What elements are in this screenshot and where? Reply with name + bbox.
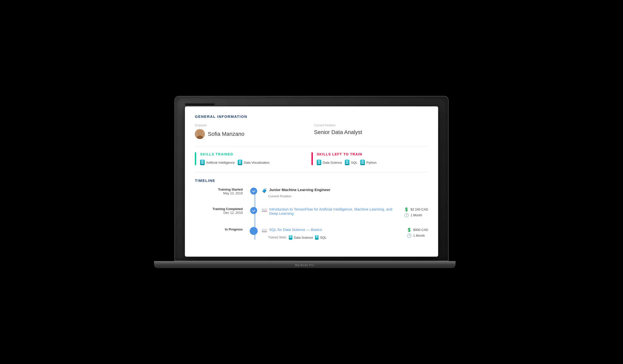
meta-duration-2: 🕐 1 Month [404,213,428,218]
skills-trained-title: SKILLS TRAINED [200,152,270,156]
timeline-content-3: 📖 SQL for Data Science — Basics Trained … [250,227,428,240]
skills-to-train-tags: Data Science SQL [317,160,377,165]
timeline-item-2: Training Completed Dec 12, 2019 [195,207,428,218]
timeline-container: Training Started May 12, 2019 🧳 [195,188,428,240]
trained-sql-icon [315,235,318,240]
duration-value-3: 1 Month [413,234,425,237]
content-left-2: 📖 Introduction to TensorFlow for Artific… [262,207,394,216]
timeline-date-2: Training Completed Dec 12, 2019 [195,207,250,218]
item-meta-3: 💲 $900 CAD 🕐 1 Month [397,227,428,239]
book-icon-2: 📖 [262,207,267,213]
trained-skill-sql-name: SQL [320,236,326,239]
skills-trained-column: SKILLS TRAINED Artificial Intelligence [195,152,312,165]
dollar-icon-3: 💲 [407,227,412,232]
duration-value-2: 1 Month [410,213,422,217]
position-label: Current Position [314,124,428,127]
trained-skill-ds: Data Science [289,235,313,240]
timeline-date-3: In Progress [195,227,250,240]
general-info-title: GENERAL INFORMATION [195,114,428,119]
dollar-icon-2: 💲 [404,207,409,212]
book-icon-3: 📖 [262,228,267,233]
timeline-item-3: In Progress 📖 SQL for Data Science — [195,227,428,240]
skills-to-train-title: SKILLS LEFT TO TRAIN [317,152,377,156]
trained-ds-icon [289,235,292,240]
skills-to-train-content: SKILLS LEFT TO TRAIN Data Science [317,152,377,165]
meta-duration-3: 🕐 1 Month [407,233,428,238]
skills-trained-bar [195,152,196,165]
content-left-3: 📖 SQL for Data Science — Basics Trained … [262,227,397,240]
skills-trained-content: SKILLS TRAINED Artificial Intelligence [200,152,270,165]
clock-icon-2: 🕐 [404,213,409,218]
general-information-section: GENERAL INFORMATION Emploee [195,114,428,146]
timeline-dot-3 [250,227,258,235]
skill-name-sql: SQL [351,161,357,164]
trained-skill-sql: SQL [315,235,326,240]
meta-cost-2: 💲 $2 240 CAD [404,207,428,212]
timeline-dot-1 [250,188,257,195]
date-label-2: Training Completed [195,207,243,211]
trained-label: Trained Skills: [268,236,287,239]
laptop-base: MacBook Pro [154,261,456,268]
timeline-section: TIMELINE Training Started May 12, 2019 [195,178,428,240]
avatar-image [195,129,205,139]
position-name: Senior Data Analyst [314,129,428,136]
date-value-2: Dec 12, 2019 [195,211,243,215]
item-title-2[interactable]: Introduction to TensorFlow for Artificia… [269,207,394,216]
meta-cost-3: 💲 $900 CAD [407,227,428,232]
item-meta-2: 💲 $2 240 CAD 🕐 1 Month [394,207,428,218]
python-skill-icon [360,160,365,165]
skills-trained-tags: Artificial Intelligence Data Visualizati… [200,160,270,165]
skill-name-ds: Data Science [323,161,342,164]
timeline-title: TIMELINE [195,178,428,183]
timeline-content-2: 📖 Introduction to TensorFlow for Artific… [250,207,428,218]
skill-tag-ds: Data Science [317,160,342,165]
item-title-1: Junior Machine Learning Engineer [269,188,330,192]
trained-skill-ds-name: Data Science [294,236,313,239]
skills-to-train-bar [312,152,313,165]
skill-tag-sql: SQL [345,160,357,165]
date-value-1: May 12, 2019 [195,191,243,195]
timeline-date-1: Training Started May 12, 2019 [195,188,250,198]
cost-value-2: $2 240 CAD [410,208,428,211]
skill-name-dv: Data Visualization [244,161,270,164]
ds-skill-icon [317,160,321,165]
bag-icon-1: 🧳 [262,188,267,193]
skills-section: SKILLS TRAINED Artificial Intelligence [195,152,428,172]
employee-label: Emploee [195,124,309,127]
skill-tag-python: Python [360,160,376,165]
check-icon-2 [252,209,255,212]
clock-icon-3: 🕐 [407,233,412,238]
date-label-1: Training Started [195,188,243,191]
skill-name-ai: Artificial Intelligence [206,161,235,164]
content-row-3: 📖 SQL for Data Science — Basics Trained … [262,227,428,240]
employee-name: Sofia Manzano [208,131,244,137]
timeline-content-1: 🧳 Junior Machine Learning Engineer Curre… [250,188,428,198]
avatar [195,129,205,139]
laptop-screen: GENERAL INFORMATION Emploee [185,106,438,257]
position-info: Current Position Senior Data Analyst [314,124,428,139]
timeline-item-1: Training Started May 12, 2019 🧳 [195,188,428,198]
skill-name-python: Python [366,161,376,164]
laptop-notch [185,103,215,105]
date-label-3: In Progress [195,227,243,231]
item-title-3[interactable]: SQL for Data Science — Basics [269,227,322,232]
laptop-label: MacBook Pro [295,264,314,267]
content-row-2: 📖 Introduction to TensorFlow for Artific… [262,207,428,218]
sql-skill-icon [345,160,349,165]
laptop-wrapper: GENERAL INFORMATION Emploee [174,96,449,268]
check-icon-1 [252,189,255,193]
item-header-1: 🧳 Junior Machine Learning Engineer [262,188,428,193]
item-header-3: 📖 SQL for Data Science — Basics [262,227,397,233]
dv-skill-icon [238,160,242,165]
skill-tag-ai: Artificial Intelligence [200,160,235,165]
ai-skill-icon [200,160,205,165]
employee-row: Sofia Manzano [195,129,309,139]
skill-tag-dv: Data Visualization [238,160,270,165]
skills-to-train-column: SKILLS LEFT TO TRAIN Data Science [312,152,428,165]
timeline-dot-2 [250,207,257,214]
cost-value-3: $900 CAD [413,228,428,232]
item-subtitle-1: Current Position [268,194,428,198]
item-header-2: 📖 Introduction to TensorFlow for Artific… [262,207,394,216]
employee-info: Emploee Sofia [195,124,309,139]
trained-skills-row: Trained Skills: Data Science [268,235,397,240]
